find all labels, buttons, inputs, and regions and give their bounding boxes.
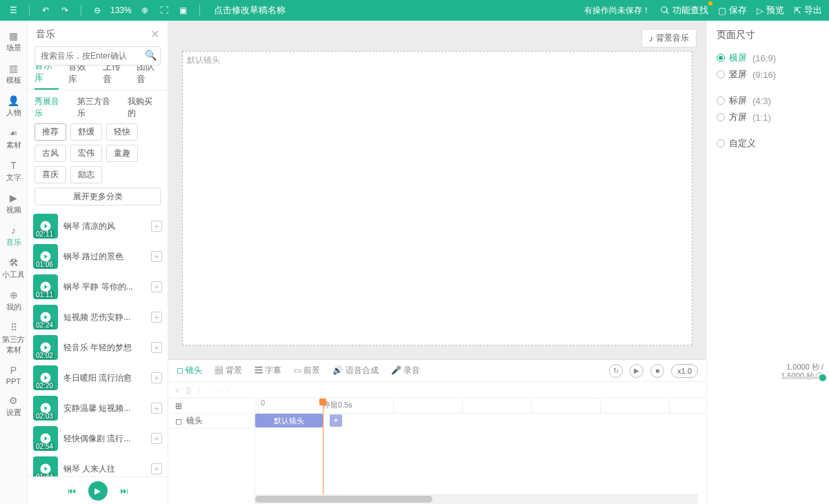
music-subtab-第三方音乐[interactable]: 第三方音乐 xyxy=(77,96,119,119)
track-thumb[interactable]: 02:11 xyxy=(33,214,58,239)
nav-item-人物[interactable]: 👤人物 xyxy=(0,91,28,123)
music-tag-喜庆[interactable]: 喜庆 xyxy=(34,166,66,183)
track-thumb[interactable]: 02:03 xyxy=(33,396,58,421)
nav-item-小工具[interactable]: 🛠小工具 xyxy=(0,253,28,285)
canvas-viewport[interactable]: ♪ 背景音乐 默认镜头 xyxy=(168,21,706,359)
add-track-icon[interactable]: + xyxy=(151,433,162,444)
music-panel: 音乐 ✕ 🔍 音乐库音效库上传音团队音 秀展音乐第三方音乐我购买的 推荐舒缓轻快… xyxy=(28,21,168,504)
music-search-input[interactable] xyxy=(34,46,161,65)
add-track-icon[interactable]: + xyxy=(151,251,162,262)
bgm-button[interactable]: ♪ 背景音乐 xyxy=(641,29,697,48)
timeline-zoom-slider[interactable] xyxy=(782,376,823,379)
nav-item-视频[interactable]: ▶视频 xyxy=(0,188,28,221)
add-track-icon[interactable]: + xyxy=(151,221,162,232)
track-item[interactable]: 02:54轻快偶像剧 流行...+ xyxy=(33,423,162,454)
tl-tool-icon[interactable]: ▫ xyxy=(217,385,219,395)
export-button[interactable]: ⇱ 导出 xyxy=(794,4,822,17)
track-thumb[interactable]: 02:24 xyxy=(33,305,58,330)
add-track-icon[interactable]: + xyxy=(151,312,162,323)
timeline-tab-前景[interactable]: ▭ 前景 xyxy=(294,365,320,376)
music-subtab-我购买的[interactable]: 我购买的 xyxy=(128,96,161,119)
track-item[interactable]: 01:44钢琴 人来人往+ xyxy=(33,454,162,476)
nav-item-文字[interactable]: T文字 xyxy=(0,156,28,188)
tl-tool-icon[interactable]: ▫ xyxy=(207,385,210,395)
add-track-icon[interactable]: + xyxy=(151,372,162,383)
search-icon[interactable]: 🔍 xyxy=(145,50,157,61)
music-tag-童趣[interactable]: 童趣 xyxy=(106,145,138,162)
nav-item-PPT[interactable]: PPPT xyxy=(0,361,28,391)
music-tag-宏伟[interactable]: 宏伟 xyxy=(70,145,102,162)
menu-icon[interactable]: ☰ xyxy=(7,4,19,17)
aspect-option-竖屏[interactable]: 竖屏(9:16) xyxy=(717,66,819,83)
feature-find-button[interactable]: 功能查找 xyxy=(660,4,708,17)
preview-button[interactable]: ▷ 预览 xyxy=(757,4,784,17)
track-item[interactable]: 01:06钢琴 路过的景色+ xyxy=(33,241,162,272)
music-tag-轻快[interactable]: 轻快 xyxy=(106,123,138,141)
music-subtab-秀展音乐[interactable]: 秀展音乐 xyxy=(34,96,68,119)
add-track-icon[interactable]: + xyxy=(151,463,162,474)
prev-track-icon[interactable]: ⏮ xyxy=(65,484,79,498)
timeline-tab-录音[interactable]: 🎤 录音 xyxy=(391,365,420,376)
stage[interactable]: 默认镜头 xyxy=(182,51,692,345)
speed-selector[interactable]: x1.0 xyxy=(671,364,698,378)
add-track-icon[interactable]: + xyxy=(151,342,162,353)
track-thumb[interactable]: 01:44 xyxy=(33,456,58,476)
track-thumb[interactable]: 02:54 xyxy=(33,426,58,451)
zoom-in-icon[interactable]: ⊕ xyxy=(139,4,151,17)
aspect-option-自定义[interactable]: 自定义 xyxy=(717,135,819,152)
track-item[interactable]: 02:03安静温馨 短视频...+ xyxy=(33,393,162,423)
aspect-option-横屏[interactable]: 横屏(16:9) xyxy=(717,50,819,66)
tl-tool-icon[interactable]: ▿ xyxy=(175,385,179,395)
timeline-tab-背景[interactable]: ▦ 背景 xyxy=(214,365,241,376)
close-icon[interactable]: ✕ xyxy=(150,28,159,41)
stop-timeline-icon[interactable]: ■ xyxy=(650,364,664,378)
nav-item-素材[interactable]: ☙素材 xyxy=(0,123,28,156)
timeline-h-scrollbar[interactable] xyxy=(255,494,698,504)
playhead[interactable] xyxy=(323,399,323,494)
track-thumb[interactable]: 02:02 xyxy=(33,335,58,360)
redo-icon[interactable]: ↷ xyxy=(59,4,71,17)
loop-icon[interactable]: ↻ xyxy=(609,364,623,378)
nav-item-模板[interactable]: ▥模板 xyxy=(0,59,28,91)
timeline-clip[interactable]: 默认镜头 xyxy=(255,414,323,427)
fit-icon[interactable]: ⛶ xyxy=(158,4,170,17)
nav-item-音乐[interactable]: ♪音乐 xyxy=(0,221,28,253)
draft-title-input[interactable]: 点击修改草稿名称 xyxy=(214,4,286,17)
timeline-tab-镜头[interactable]: ◻ 镜头 xyxy=(177,365,202,376)
track-item[interactable]: 02:20冬日暖阳 流行治愈+ xyxy=(33,363,162,393)
music-tag-古风[interactable]: 古风 xyxy=(34,145,66,162)
music-tag-舒缓[interactable]: 舒缓 xyxy=(70,123,102,141)
track-item[interactable]: 02:11钢琴 清凉的风+ xyxy=(33,211,162,241)
track-row-head[interactable]: ◻ 镜头 xyxy=(168,414,254,429)
nav-item-场景[interactable]: ▦场景 xyxy=(0,26,28,59)
track-thumb[interactable]: 01:11 xyxy=(33,274,58,299)
save-button[interactable]: ▢ 保存 xyxy=(718,4,747,17)
music-tag-励志[interactable]: 励志 xyxy=(70,166,102,183)
add-clip-button[interactable]: + xyxy=(330,414,342,427)
undo-icon[interactable]: ↶ xyxy=(39,4,52,17)
play-timeline-icon[interactable]: ▶ xyxy=(630,364,643,378)
timeline-tab-语音合成[interactable]: 🔊 语音合成 xyxy=(332,365,378,376)
aspect-option-方屏[interactable]: 方屏(1:1) xyxy=(717,109,819,125)
zoom-out-icon[interactable]: ⊖ xyxy=(91,4,103,17)
nav-item-第三方素材[interactable]: ⠿第三方素材 xyxy=(0,318,28,361)
ratio-icon[interactable]: ▣ xyxy=(177,4,190,17)
track-item[interactable]: 02:24短视频 悲伤安静...+ xyxy=(33,302,162,332)
nav-item-我的[interactable]: ⊕我的 xyxy=(0,285,28,318)
next-track-icon[interactable]: ⏭ xyxy=(117,484,131,498)
zoom-level[interactable]: 133% xyxy=(110,6,132,15)
tl-tool-icon[interactable]: ▫ xyxy=(227,385,230,395)
timeline-tab-字幕[interactable]: ☰ 字幕 xyxy=(254,365,281,376)
nav-item-设置[interactable]: ⚙设置 xyxy=(0,391,28,423)
tl-tool-icon[interactable]: ▯ xyxy=(186,385,191,395)
track-thumb[interactable]: 01:06 xyxy=(33,244,58,269)
expand-categories-button[interactable]: 展开更多分类 xyxy=(34,188,161,205)
track-thumb[interactable]: 02:20 xyxy=(33,365,58,390)
play-icon[interactable]: ▶ xyxy=(88,481,108,501)
track-item[interactable]: 02:02轻音乐 年轻的梦想+ xyxy=(33,332,162,363)
aspect-option-标屏[interactable]: 标屏(4:3) xyxy=(717,92,819,109)
add-track-icon[interactable]: + xyxy=(151,403,162,414)
add-track-icon[interactable]: + xyxy=(151,281,162,292)
track-item[interactable]: 01:11钢琴 平静 等你的...+ xyxy=(33,272,162,302)
music-tag-推荐[interactable]: 推荐 xyxy=(34,123,66,141)
